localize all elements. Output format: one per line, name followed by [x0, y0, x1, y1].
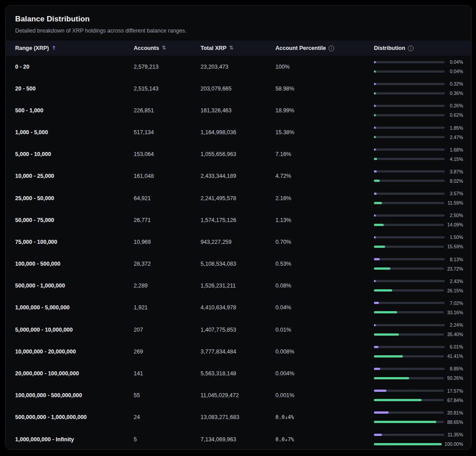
table-row: 500,000 - 1,000,000 2,289 1,526,231,211 …: [6, 275, 471, 297]
bar-fill-green: [374, 355, 403, 357]
cell-percentile: 0.0₄7%: [275, 436, 374, 443]
bar-track: [374, 236, 445, 238]
cell-accounts: 2,579,213: [134, 64, 201, 70]
distribution-bar-share: 20.81%: [374, 410, 463, 415]
column-header-distribution-label: Distribution: [374, 45, 405, 51]
bar-fill-purple: [374, 148, 376, 151]
table-row: 100,000 - 500,000 28,372 5,108,534,083 0…: [6, 253, 471, 275]
bar-share-value: 1.85%: [448, 125, 463, 131]
bar-fill-green: [374, 246, 385, 248]
bar-cumulative-value: 41.41%: [447, 353, 463, 359]
bar-track: [374, 377, 444, 379]
bar-fill-green: [374, 158, 377, 160]
distribution-bar-share: 2.24%: [374, 322, 463, 328]
cell-accounts: 10,969: [134, 239, 201, 245]
distribution-bar-share: 1.68%: [374, 147, 463, 152]
cell-distribution: 7.02% 33.16%: [374, 297, 463, 319]
bar-track: [374, 302, 445, 304]
cell-distribution: 1.50% 15.59%: [374, 231, 463, 253]
bar-fill-purple: [374, 324, 376, 326]
distribution-bar-share: 2.50%: [374, 213, 463, 218]
bar-track: [374, 368, 445, 370]
cell-distribution: 2.24% 35.40%: [374, 319, 463, 341]
column-header-accounts[interactable]: Accounts ⇅: [134, 45, 201, 51]
column-header-accounts-label: Accounts: [134, 45, 159, 51]
bar-fill-green: [374, 399, 422, 401]
bar-track: [374, 311, 444, 313]
bar-share-value: 1.50%: [448, 234, 463, 240]
table-body: 0 - 20 2,579,213 23,203,473 100% 0.04% 0…: [6, 56, 471, 450]
distribution-bar-cumulative: 11.59%: [374, 200, 463, 205]
bar-fill-purple: [374, 236, 376, 238]
bar-track: [374, 267, 444, 270]
sort-both-icon[interactable]: ⇅: [229, 45, 234, 51]
balance-distribution-card: Balance Distribution Detailed breakdown …: [5, 5, 472, 450]
cell-accounts: 26,771: [134, 217, 201, 223]
cell-distribution: 0.04% 0.04%: [374, 56, 463, 78]
cell-accounts: 226,851: [134, 107, 201, 114]
bar-fill-purple: [374, 193, 377, 195]
info-icon[interactable]: i: [328, 45, 334, 51]
distribution-bar-cumulative: 0.04%: [374, 69, 463, 74]
bar-cumulative-value: 35.40%: [447, 332, 463, 337]
cell-total-xrp: 1,055,656,963: [201, 151, 275, 157]
distribution-bar-cumulative: 15.59%: [374, 244, 463, 249]
bar-track: [374, 158, 445, 160]
cell-accounts: 269: [134, 349, 201, 355]
bar-track: [374, 355, 444, 357]
column-header-range[interactable]: Range (XRP) ↑: [15, 45, 134, 51]
cell-total-xrp: 1,574,175,126: [201, 217, 275, 223]
bar-fill-green: [374, 289, 392, 292]
cell-total-xrp: 5,563,318,148: [201, 370, 275, 377]
bar-cumulative-value: 50.26%: [447, 375, 463, 381]
bar-fill-green: [374, 377, 409, 379]
cell-percentile: 0.004%: [275, 370, 374, 377]
bar-track: [374, 170, 445, 173]
bar-share-value: 1.68%: [448, 147, 463, 152]
distribution-bar-share: 2.43%: [374, 279, 463, 284]
cell-accounts: 207: [134, 327, 201, 333]
bar-cumulative-value: 4.15%: [448, 156, 463, 162]
bar-track: [374, 136, 445, 138]
info-icon[interactable]: i: [408, 45, 414, 51]
bar-track: [374, 443, 442, 445]
cell-distribution: 11.35% 100.00%: [374, 428, 463, 450]
distribution-bar-cumulative: 0.62%: [374, 112, 463, 118]
column-header-total-xrp[interactable]: Total XRP ⇅: [201, 45, 275, 51]
cell-range: 1,000,000,000 - Infinity: [15, 436, 134, 443]
cell-range: 100,000,000 - 500,000,000: [15, 392, 134, 398]
cell-percentile: 0.008%: [275, 349, 374, 355]
cell-range: 10,000,000 - 20,000,000: [15, 349, 134, 355]
sort-ascending-icon[interactable]: ↑: [52, 45, 56, 51]
cell-percentile: 7.16%: [275, 151, 374, 157]
bar-share-value: 0.26%: [448, 103, 463, 108]
bar-cumulative-value: 11.59%: [447, 200, 463, 205]
bar-cumulative-value: 14.09%: [447, 222, 463, 227]
column-header-total-xrp-label: Total XRP: [201, 45, 226, 51]
cell-total-xrp: 943,227,259: [201, 239, 275, 245]
bar-cumulative-value: 8.02%: [448, 178, 463, 184]
bar-track: [374, 214, 445, 217]
bar-track: [374, 390, 444, 392]
cell-percentile: 15.38%: [275, 129, 374, 136]
cell-total-xrp: 5,108,534,083: [201, 261, 275, 267]
cell-percentile: 4.72%: [275, 173, 374, 179]
bar-share-value: 3.87%: [448, 169, 463, 174]
bar-fill-purple: [374, 411, 389, 414]
cell-range: 500,000 - 1,000,000: [15, 283, 134, 289]
cell-range: 0 - 20: [15, 64, 134, 70]
cell-total-xrp: 4,410,634,978: [201, 304, 275, 311]
distribution-bar-cumulative: 88.65%: [374, 419, 463, 425]
distribution-bar-cumulative: 23.72%: [374, 266, 463, 271]
sort-both-icon[interactable]: ⇅: [162, 45, 166, 51]
table-row: 50,000 - 75,000 26,771 1,574,175,126 1.1…: [6, 209, 471, 231]
bar-fill-purple: [374, 105, 376, 107]
distribution-bar-share: 0.26%: [374, 103, 463, 108]
bar-track: [374, 202, 444, 204]
bar-track: [374, 346, 445, 348]
distribution-bar-cumulative: 67.84%: [374, 398, 463, 403]
cell-distribution: 17.57% 67.84%: [374, 385, 463, 407]
bar-track: [374, 289, 444, 292]
cell-range: 50,000 - 75,000: [15, 217, 134, 223]
bar-track: [374, 324, 445, 326]
